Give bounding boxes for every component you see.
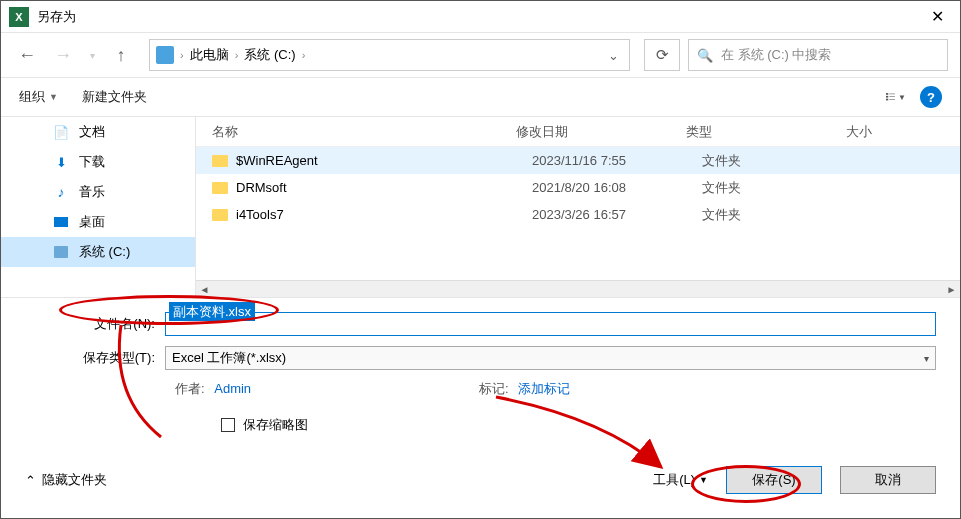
save-form: 文件名(N): 保存类型(T): Excel 工作簿(*.xlsx) ▾ 作者:…: [1, 297, 960, 466]
document-icon: [53, 124, 69, 140]
sidebar-item-documents[interactable]: 文档: [1, 117, 195, 147]
back-button[interactable]: ←: [13, 41, 41, 69]
scroll-left-icon[interactable]: ◄: [196, 284, 213, 295]
svg-rect-1: [889, 94, 895, 95]
tag-label: 标记:: [479, 381, 509, 396]
help-button[interactable]: ?: [920, 86, 942, 108]
file-list: 名称 修改日期 类型 大小 $WinREAgent 2023/11/16 7:5…: [196, 117, 960, 297]
filename-input[interactable]: [165, 312, 936, 336]
header-type[interactable]: 类型: [686, 123, 846, 141]
pc-icon: [156, 46, 174, 64]
chevron-right-icon: ›: [302, 49, 306, 61]
search-icon: 🔍: [697, 48, 713, 63]
navigation-pane: 文档 下载 音乐 桌面 系统 (C:): [1, 117, 196, 297]
folder-icon: [212, 155, 228, 167]
thumbnail-label: 保存缩略图: [243, 416, 308, 434]
svg-rect-3: [889, 96, 895, 97]
svg-rect-5: [889, 99, 895, 100]
titlebar: X 另存为 ✕: [1, 1, 960, 33]
drive-icon: [53, 244, 69, 260]
sidebar-item-music[interactable]: 音乐: [1, 177, 195, 207]
file-row[interactable]: $WinREAgent 2023/11/16 7:55 文件夹: [196, 147, 960, 174]
crumb-drive[interactable]: 系统 (C:): [244, 46, 295, 64]
horizontal-scrollbar[interactable]: ◄ ►: [196, 280, 960, 297]
refresh-button[interactable]: ⟳: [644, 39, 680, 71]
chevron-right-icon: ›: [180, 49, 184, 61]
svg-rect-0: [886, 93, 888, 95]
crumb-pc[interactable]: 此电脑: [190, 46, 229, 64]
chevron-right-icon: ›: [235, 49, 239, 61]
file-row[interactable]: DRMsoft 2021/8/20 16:08 文件夹: [196, 174, 960, 201]
chevron-up-icon: ⌃: [25, 473, 36, 488]
search-placeholder: 在 系统 (C:) 中搜索: [721, 46, 832, 64]
recent-dropdown[interactable]: ▾: [85, 41, 99, 69]
filetype-combo[interactable]: Excel 工作簿(*.xlsx) ▾: [165, 346, 936, 370]
author-label: 作者:: [175, 381, 205, 396]
search-box[interactable]: 🔍 在 系统 (C:) 中搜索: [688, 39, 948, 71]
window-title: 另存为: [37, 8, 914, 26]
forward-button: →: [49, 41, 77, 69]
filename-label: 文件名(N):: [25, 315, 165, 333]
cancel-button[interactable]: 取消: [840, 466, 936, 494]
chevron-down-icon: ▼: [699, 475, 708, 485]
header-name[interactable]: 名称: [196, 123, 516, 141]
scroll-right-icon[interactable]: ►: [943, 284, 960, 295]
new-folder-button[interactable]: 新建文件夹: [82, 88, 147, 106]
download-icon: [53, 154, 69, 170]
organize-menu[interactable]: 组织▼: [19, 88, 58, 106]
author-value[interactable]: Admin: [214, 381, 251, 396]
hide-folders-toggle[interactable]: ⌃ 隐藏文件夹: [25, 471, 107, 489]
dialog-footer: ⌃ 隐藏文件夹 工具(L) ▼ 保存(S) 取消: [1, 466, 960, 510]
file-row[interactable]: i4Tools7 2023/3/26 16:57 文件夹: [196, 201, 960, 228]
address-bar[interactable]: › 此电脑 › 系统 (C:) › ⌄: [149, 39, 630, 71]
svg-rect-2: [886, 96, 888, 98]
folder-icon: [212, 182, 228, 194]
close-button[interactable]: ✕: [914, 1, 960, 33]
filetype-label: 保存类型(T):: [25, 349, 165, 367]
tools-menu[interactable]: 工具(L) ▼: [653, 471, 708, 489]
chevron-down-icon: ▾: [924, 353, 929, 364]
desktop-icon: [53, 214, 69, 230]
list-rows: $WinREAgent 2023/11/16 7:55 文件夹 DRMsoft …: [196, 147, 960, 280]
header-size[interactable]: 大小: [846, 123, 960, 141]
up-button[interactable]: ↑: [107, 41, 135, 69]
toolbar: 组织▼ 新建文件夹 ▼ ?: [1, 77, 960, 117]
navigation-bar: ← → ▾ ↑ › 此电脑 › 系统 (C:) › ⌄ ⟳ 🔍 在 系统 (C:…: [1, 33, 960, 77]
address-dropdown[interactable]: ⌄: [604, 48, 623, 63]
music-icon: [53, 184, 69, 200]
sidebar-item-downloads[interactable]: 下载: [1, 147, 195, 177]
tag-value[interactable]: 添加标记: [518, 381, 570, 396]
folder-icon: [212, 209, 228, 221]
svg-rect-4: [886, 99, 888, 101]
save-button[interactable]: 保存(S): [726, 466, 822, 494]
excel-app-icon: X: [9, 7, 29, 27]
explorer-body: 文档 下载 音乐 桌面 系统 (C:) 名称 修改日期 类型 大小: [1, 117, 960, 297]
sidebar-item-drive-c[interactable]: 系统 (C:): [1, 237, 195, 267]
view-options-button[interactable]: ▼: [886, 87, 906, 107]
header-date[interactable]: 修改日期: [516, 123, 686, 141]
sidebar-item-desktop[interactable]: 桌面: [1, 207, 195, 237]
list-header: 名称 修改日期 类型 大小: [196, 117, 960, 147]
thumbnail-checkbox[interactable]: [221, 418, 235, 432]
